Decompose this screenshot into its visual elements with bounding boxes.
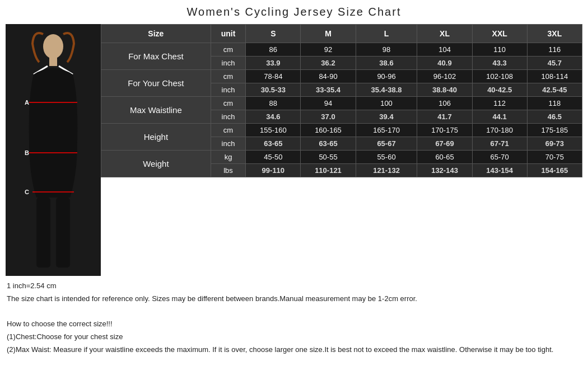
svg-rect-10	[36, 198, 50, 268]
data-cell: 63-65	[246, 137, 301, 151]
unit-cell: cm	[211, 43, 246, 57]
data-cell: 65-70	[472, 151, 527, 164]
data-cell: 70-75	[527, 151, 582, 164]
content-area: A B C Size unit S	[6, 24, 582, 276]
note-line4: How to choose the correct size!!!	[7, 318, 581, 330]
row-label: For Your Chest	[101, 70, 211, 97]
unit-cell: lbs	[211, 164, 246, 177]
data-cell: 38.8-40	[417, 83, 472, 97]
col-unit: unit	[211, 25, 246, 43]
data-cell: 65-67	[356, 137, 417, 151]
data-cell: 100	[356, 97, 417, 110]
data-cell: 96-102	[417, 70, 472, 83]
page-title: Women's Cycling Jersey Size Chart	[6, 6, 582, 18]
data-cell: 132-143	[417, 164, 472, 177]
data-cell: 45.7	[527, 57, 582, 70]
data-cell: 94	[301, 97, 356, 110]
svg-rect-11	[56, 198, 70, 268]
unit-cell: inch	[211, 110, 246, 124]
svg-rect-1	[49, 58, 57, 66]
size-table: Size unit S M L XL XXL 3XL For Max Chest…	[101, 24, 582, 177]
data-cell: 90-96	[356, 70, 417, 83]
data-cell: 55-60	[356, 151, 417, 164]
unit-cell: cm	[211, 97, 246, 110]
data-cell: 98	[356, 43, 417, 57]
data-cell: 67-69	[417, 137, 472, 151]
data-cell: 170-175	[417, 124, 472, 137]
data-cell: 92	[301, 43, 356, 57]
data-cell: 99-110	[246, 164, 301, 177]
data-cell: 110	[472, 43, 527, 57]
data-cell: 86	[246, 43, 301, 57]
table-row: For Your Chestcm78-8484-9090-9696-102102…	[101, 70, 582, 83]
unit-cell: cm	[211, 124, 246, 137]
svg-text:C: C	[25, 189, 29, 195]
row-label: Height	[101, 124, 211, 151]
col-3xl: 3XL	[527, 25, 582, 43]
note-line5: (1)Chest:Choose for your chest size	[7, 331, 581, 343]
data-cell: 110-121	[301, 164, 356, 177]
data-cell: 60-65	[417, 151, 472, 164]
data-cell: 38.6	[356, 57, 417, 70]
data-cell: 63-65	[301, 137, 356, 151]
data-cell: 43.3	[472, 57, 527, 70]
data-cell: 34.6	[246, 110, 301, 124]
table-row: For Max Chestcm869298104110116	[101, 43, 582, 57]
row-label: Weight	[101, 151, 211, 177]
notes-area: 1 inch=2.54 cm The size chart is intende…	[6, 280, 582, 356]
note-line2: The size chart is intended for reference…	[7, 293, 581, 305]
page-wrapper: Women's Cycling Jersey Size Chart A B	[0, 0, 588, 356]
data-cell: 112	[472, 97, 527, 110]
data-cell: 46.5	[527, 110, 582, 124]
data-cell: 108-114	[527, 70, 582, 83]
unit-cell: cm	[211, 70, 246, 83]
data-cell: 40.9	[417, 57, 472, 70]
table-row: Weightkg45-5050-5555-6060-6565-7070-75	[101, 151, 582, 164]
data-cell: 35.4-38.8	[356, 83, 417, 97]
data-cell: 78-84	[246, 70, 301, 83]
data-cell: 33.9	[246, 57, 301, 70]
data-cell: 160-165	[301, 124, 356, 137]
data-cell: 121-132	[356, 164, 417, 177]
col-l: L	[356, 25, 417, 43]
data-cell: 84-90	[301, 70, 356, 83]
data-cell: 104	[417, 43, 472, 57]
data-cell: 175-185	[527, 124, 582, 137]
col-xxl: XXL	[472, 25, 527, 43]
col-xl: XL	[417, 25, 472, 43]
data-cell: 170-180	[472, 124, 527, 137]
note-line3	[7, 306, 581, 318]
svg-text:A: A	[25, 99, 29, 106]
data-cell: 30.5-33	[246, 83, 301, 97]
model-image: A B C	[6, 24, 101, 276]
table-row: Heightcm155-160160-165165-170170-175170-…	[101, 124, 582, 137]
unit-cell: inch	[211, 137, 246, 151]
data-cell: 36.2	[301, 57, 356, 70]
note-line6: (2)Max Waist: Measure if your waistline …	[7, 344, 581, 356]
unit-cell: inch	[211, 83, 246, 97]
col-s: S	[246, 25, 301, 43]
data-cell: 44.1	[472, 110, 527, 124]
data-cell: 143-154	[472, 164, 527, 177]
data-cell: 165-170	[356, 124, 417, 137]
data-cell: 37.0	[301, 110, 356, 124]
data-cell: 154-165	[527, 164, 582, 177]
svg-text:B: B	[25, 149, 29, 156]
data-cell: 42.5-45	[527, 83, 582, 97]
data-cell: 45-50	[246, 151, 301, 164]
unit-cell: kg	[211, 151, 246, 164]
data-cell: 88	[246, 97, 301, 110]
data-cell: 67-71	[472, 137, 527, 151]
row-label: Max Waistline	[101, 97, 211, 124]
data-cell: 69-73	[527, 137, 582, 151]
col-m: M	[301, 25, 356, 43]
data-cell: 102-108	[472, 70, 527, 83]
data-cell: 41.7	[417, 110, 472, 124]
data-cell: 155-160	[246, 124, 301, 137]
data-cell: 50-55	[301, 151, 356, 164]
col-size: Size	[101, 25, 211, 43]
svg-point-0	[43, 34, 63, 59]
data-cell: 40-42.5	[472, 83, 527, 97]
unit-cell: inch	[211, 57, 246, 70]
row-label: For Max Chest	[101, 43, 211, 70]
